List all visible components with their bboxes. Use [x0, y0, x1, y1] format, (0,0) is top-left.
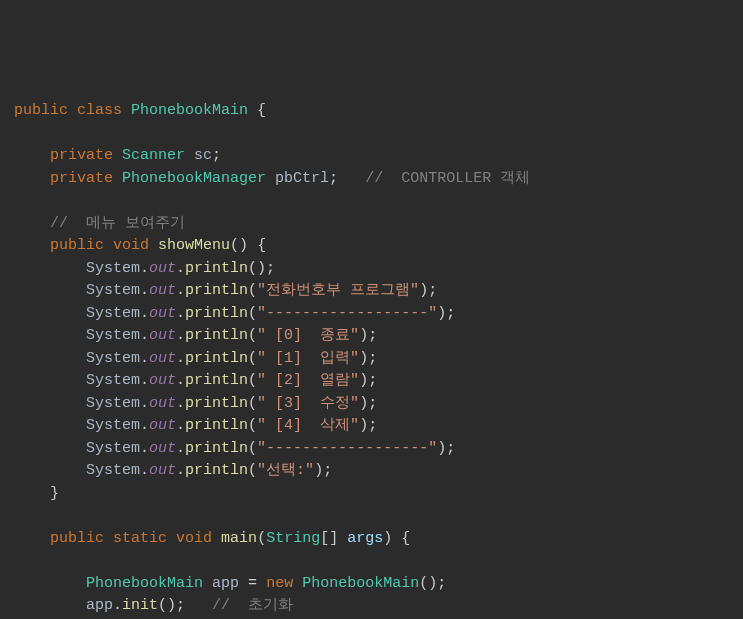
rparen: )	[359, 417, 368, 434]
system: System	[86, 372, 140, 389]
lparen: (	[248, 372, 257, 389]
method-showmenu: showMenu	[158, 237, 230, 254]
semicolon: ;	[368, 350, 377, 367]
class-name: PhonebookMain	[131, 102, 248, 119]
semicolon: ;	[368, 327, 377, 344]
keyword-void: void	[176, 530, 212, 547]
dot: .	[176, 305, 185, 322]
method-init: init	[122, 597, 158, 614]
var-app: app	[86, 597, 113, 614]
out: out	[149, 395, 176, 412]
var-app: app	[212, 575, 239, 592]
dot: .	[140, 350, 149, 367]
println: println	[185, 327, 248, 344]
println: println	[185, 260, 248, 277]
system: System	[86, 350, 140, 367]
keyword-public: public	[50, 237, 104, 254]
param-args: args	[347, 530, 383, 547]
rparen: )	[419, 282, 428, 299]
keyword-public: public	[50, 530, 104, 547]
system: System	[86, 260, 140, 277]
dot: .	[140, 282, 149, 299]
semicolon: ;	[428, 282, 437, 299]
code-block: public class PhonebookMain { private Sca…	[14, 100, 729, 619]
dot: .	[176, 372, 185, 389]
rparen: )	[437, 305, 446, 322]
brackets: []	[320, 530, 338, 547]
system: System	[86, 417, 140, 434]
system: System	[86, 327, 140, 344]
semicolon: ;	[368, 372, 377, 389]
lparen: (	[248, 462, 257, 479]
println: println	[185, 462, 248, 479]
println: println	[185, 372, 248, 389]
out: out	[149, 372, 176, 389]
dot: .	[140, 327, 149, 344]
println: println	[185, 282, 248, 299]
parens: ()	[248, 260, 266, 277]
system: System	[86, 282, 140, 299]
dot: .	[140, 372, 149, 389]
brace-open: {	[257, 102, 266, 119]
string-literal: "------------------"	[257, 440, 437, 457]
keyword-private: private	[50, 170, 113, 187]
parens: ()	[419, 575, 437, 592]
string-literal: " [0] 종료"	[257, 327, 359, 344]
dot: .	[176, 395, 185, 412]
brace-open: {	[401, 530, 410, 547]
keyword-class: class	[77, 102, 122, 119]
rparen: )	[314, 462, 323, 479]
string-literal: " [2] 열람"	[257, 372, 359, 389]
string-literal: " [1] 입력"	[257, 350, 359, 367]
keyword-static: static	[113, 530, 167, 547]
semicolon: ;	[446, 440, 455, 457]
rparen: )	[383, 530, 392, 547]
comment-init: // 초기화	[212, 597, 293, 614]
out: out	[149, 462, 176, 479]
semicolon: ;	[323, 462, 332, 479]
keyword-private: private	[50, 147, 113, 164]
println: println	[185, 305, 248, 322]
field-sc: sc	[194, 147, 212, 164]
string-literal: "------------------"	[257, 305, 437, 322]
lparen: (	[248, 395, 257, 412]
out: out	[149, 305, 176, 322]
dot: .	[140, 305, 149, 322]
lparen: (	[248, 350, 257, 367]
semicolon: ;	[266, 260, 275, 277]
out: out	[149, 350, 176, 367]
equals: =	[248, 575, 257, 592]
dot: .	[140, 395, 149, 412]
semicolon: ;	[212, 147, 221, 164]
system: System	[86, 305, 140, 322]
out: out	[149, 440, 176, 457]
comment-controller: // CONTROLLER 객체	[365, 170, 530, 187]
dot: .	[140, 462, 149, 479]
println: println	[185, 395, 248, 412]
dot: .	[140, 440, 149, 457]
rparen: )	[359, 372, 368, 389]
rparen: )	[359, 395, 368, 412]
method-main: main	[221, 530, 257, 547]
string-literal: " [3] 수정"	[257, 395, 359, 412]
parens: ()	[158, 597, 176, 614]
lparen: (	[248, 305, 257, 322]
rparen: )	[437, 440, 446, 457]
semicolon: ;	[446, 305, 455, 322]
dot: .	[176, 260, 185, 277]
type-phonebookmanager: PhonebookManager	[122, 170, 266, 187]
lparen: (	[248, 417, 257, 434]
comment-menu: // 메뉴 보여주기	[50, 215, 185, 232]
semicolon: ;	[437, 575, 446, 592]
println: println	[185, 440, 248, 457]
string-literal: "전화번호부 프로그램"	[257, 282, 419, 299]
parens: ()	[230, 237, 248, 254]
type-scanner: Scanner	[122, 147, 185, 164]
semicolon: ;	[176, 597, 185, 614]
keyword-new: new	[266, 575, 293, 592]
dot: .	[176, 350, 185, 367]
type-string: String	[266, 530, 320, 547]
semicolon: ;	[368, 417, 377, 434]
system: System	[86, 462, 140, 479]
rparen: )	[359, 327, 368, 344]
